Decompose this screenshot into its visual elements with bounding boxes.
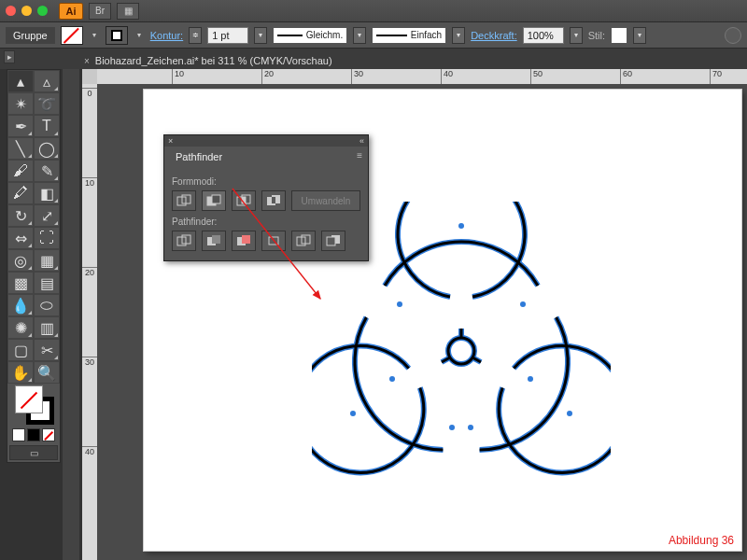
- pen-tool[interactable]: ✒: [7, 115, 34, 137]
- opacity-link[interactable]: Deckkraft:: [471, 30, 517, 41]
- bridge-button[interactable]: Br: [89, 3, 111, 20]
- selection-tool[interactable]: ▴: [7, 70, 34, 92]
- pencil-tool[interactable]: ✎: [34, 160, 60, 182]
- ruler-h-tick: 20: [261, 69, 274, 84]
- document-tab-close-icon[interactable]: ×: [84, 56, 90, 66]
- ruler-vertical[interactable]: 0 10 20 30 40: [82, 84, 97, 560]
- pathfinder-tab[interactable]: Pathfinder: [168, 148, 230, 165]
- pathfinder-merge[interactable]: [232, 231, 256, 251]
- shape-mode-minus-front[interactable]: [202, 190, 226, 211]
- magic-wand-tool[interactable]: ✴: [7, 92, 34, 115]
- fill-swatch-dropdown[interactable]: ▾: [89, 31, 100, 39]
- panel-header[interactable]: ×«: [164, 135, 368, 147]
- fill-swatch[interactable]: [61, 26, 83, 45]
- svg-point-7: [449, 425, 455, 430]
- ruler-horizontal[interactable]: 0 10 20 30 40 50 60 70: [82, 69, 747, 84]
- lasso-tool[interactable]: ➰: [34, 92, 60, 115]
- expand-button[interactable]: Umwandeln: [291, 190, 360, 211]
- hand-tool[interactable]: ✋: [7, 361, 34, 384]
- control-bar: Gruppe ▾ ▾ Kontur: ≑ ▾ Gleichm. ▾ Einfac…: [0, 22, 747, 49]
- shape-mode-exclude[interactable]: [261, 190, 286, 211]
- free-transform-tool[interactable]: ⛶: [34, 227, 60, 249]
- type-tool[interactable]: T: [34, 115, 60, 137]
- color-mode-gradient[interactable]: [27, 428, 40, 441]
- fill-stroke-proxy[interactable]: [7, 384, 60, 427]
- svg-point-8: [528, 376, 533, 382]
- direct-selection-tool[interactable]: ▵: [34, 70, 60, 92]
- artboard-tool[interactable]: ▢: [7, 339, 34, 361]
- symbol-sprayer-tool[interactable]: ✺: [7, 316, 34, 339]
- shape-builder-tool[interactable]: ◎: [7, 249, 34, 272]
- graphic-style-swatch[interactable]: [611, 27, 627, 44]
- blend-tool[interactable]: ⬭: [34, 294, 60, 316]
- figure-caption: Abbildung 36: [669, 534, 734, 547]
- panel-collapse-icon[interactable]: «: [359, 136, 364, 146]
- selection-type-label: Gruppe: [6, 27, 55, 44]
- tools-panel: ▴ ▵ ✴ ➰ ✒ T ╲ ◯ 🖌 ✎ 🖍 ◧ ↻ ⤢ ⇔ ⛶ ◎ ▦ ▩ ▤ …: [7, 69, 61, 463]
- ruler-h-tick: 30: [351, 69, 363, 84]
- rotate-tool[interactable]: ↻: [7, 204, 34, 227]
- eyedropper-tool[interactable]: 💧: [7, 294, 34, 316]
- brush-definition-dropdown[interactable]: ▾: [452, 27, 465, 44]
- slice-tool[interactable]: ✂: [34, 339, 60, 361]
- svg-rect-26: [269, 237, 278, 245]
- panel-menu-icon[interactable]: ≡: [351, 147, 368, 164]
- color-mode-none[interactable]: [42, 428, 55, 441]
- document-tab[interactable]: × Biohazard_Zeichen.ai* bei 311 % (CMYK/…: [75, 52, 342, 69]
- stroke-weight-dropdown[interactable]: ▾: [254, 27, 267, 44]
- line-segment-tool[interactable]: ╲: [7, 137, 34, 160]
- arrange-docs-button[interactable]: ▦: [117, 3, 139, 20]
- graphic-style-dropdown[interactable]: ▾: [633, 27, 646, 44]
- ruler-v-tick: 30: [82, 357, 97, 367]
- minimize-window-icon[interactable]: [21, 6, 32, 16]
- blob-brush-tool[interactable]: 🖍: [7, 182, 34, 204]
- screen-mode-button[interactable]: ▭: [9, 445, 58, 460]
- svg-rect-13: [212, 195, 220, 203]
- stroke-profile-uniform[interactable]: Gleichm.: [273, 27, 347, 44]
- brush-definition[interactable]: Einfach: [372, 27, 446, 44]
- stroke-swatch-dropdown[interactable]: ▾: [134, 31, 145, 39]
- column-graph-tool[interactable]: ▥: [34, 316, 60, 339]
- fill-proxy[interactable]: [15, 385, 43, 413]
- perspective-grid-tool[interactable]: ▦: [34, 249, 60, 272]
- panel-expand-icon[interactable]: ▸: [4, 50, 15, 63]
- pathfinder-minus-back[interactable]: [321, 231, 345, 251]
- gradient-tool[interactable]: ▤: [34, 272, 60, 294]
- stroke-weight-stepper[interactable]: ≑: [189, 27, 202, 44]
- ruler-v-tick: 40: [82, 446, 97, 456]
- stroke-weight-field[interactable]: [207, 27, 248, 44]
- doc-setup-icon[interactable]: [725, 27, 741, 44]
- width-tool[interactable]: ⇔: [7, 227, 34, 249]
- svg-rect-23: [212, 235, 220, 244]
- ellipse-tool[interactable]: ◯: [34, 137, 60, 160]
- style-label: Stil:: [588, 30, 605, 41]
- pathfinder-outline[interactable]: [291, 231, 316, 251]
- mesh-tool[interactable]: ▩: [7, 272, 34, 294]
- opacity-dropdown[interactable]: ▾: [570, 27, 583, 44]
- shape-modes-label: Formmodi:: [172, 176, 360, 187]
- ruler-v-tick: 10: [82, 177, 97, 188]
- color-mode-solid[interactable]: [12, 428, 25, 441]
- pathfinder-trim[interactable]: [202, 231, 226, 251]
- stroke-profile-dropdown[interactable]: ▾: [353, 27, 366, 44]
- ruler-origin[interactable]: [82, 69, 97, 84]
- zoom-window-icon[interactable]: [37, 6, 48, 16]
- close-window-icon[interactable]: [6, 6, 16, 16]
- stroke-link[interactable]: Kontur:: [150, 30, 183, 41]
- ruler-h-tick: 70: [710, 69, 722, 84]
- collapsed-panel-strip[interactable]: [63, 69, 79, 560]
- window-titlebar: Ai Br ▦: [0, 0, 747, 22]
- panel-close-icon[interactable]: ×: [168, 136, 173, 146]
- ruler-h-tick: 60: [620, 69, 632, 84]
- pathfinder-crop[interactable]: [261, 231, 286, 251]
- shape-mode-unite[interactable]: [172, 190, 196, 211]
- paintbrush-tool[interactable]: 🖌: [7, 160, 34, 182]
- pathfinder-panel[interactable]: ×« Pathfinder≡ Formmodi: Umwandeln Pathf…: [163, 134, 369, 261]
- scale-tool[interactable]: ⤢: [34, 204, 60, 227]
- stroke-swatch[interactable]: [106, 26, 128, 45]
- zoom-tool[interactable]: 🔍: [34, 361, 60, 384]
- opacity-field[interactable]: [523, 27, 564, 44]
- pathfinder-divide[interactable]: [172, 231, 196, 251]
- shape-mode-intersect[interactable]: [232, 190, 256, 211]
- eraser-tool[interactable]: ◧: [34, 182, 60, 204]
